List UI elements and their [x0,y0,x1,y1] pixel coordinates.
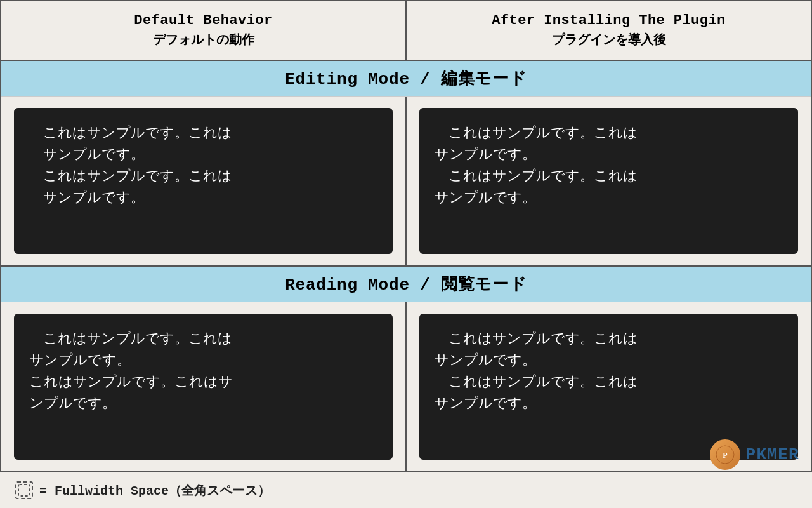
header-plugin: After Installing The Plugin プラグインを導入後 [407,1,811,60]
editing-mode-content: Editing Mode / 編集モード これはサンプルです。これは サンプルで… [1,61,811,265]
fullwidth-space-icon [15,481,33,499]
header-default-ja: デフォルトの動作 [14,31,393,48]
editing-default-card: これはサンプルです。これは サンプルです。 これはサンプルです。これは サンプル… [14,108,393,254]
footer: = Fullwidth Space（全角スペース） [0,472,812,508]
footer-text: = Fullwidth Space（全角スペース） [39,482,270,499]
header-plugin-en: After Installing The Plugin [419,13,798,29]
pkmer-logo: P PKMER [710,439,799,470]
editing-plugin-line1: これはサンプルです。これは [435,122,783,144]
header-plugin-ja: プラグインを導入後 [419,31,798,48]
editing-plugin-line3: これはサンプルです。これは [435,165,783,187]
editing-default-line3: これはサンプルです。これは [29,165,377,187]
reading-plugin-line2: サンプルです。 [435,349,783,371]
editing-plugin-line2: サンプルです。 [435,144,783,165]
editing-plugin-column: これはサンプルです。これは サンプルです。 これはサンプルです。これは サンプル… [407,97,811,265]
reading-plugin-line1: これはサンプルです。これは [435,328,783,349]
reading-default-line1: これはサンプルです。これは [29,328,377,349]
editing-mode-section: Editing Mode / 編集モード これはサンプルです。これは サンプルで… [1,61,811,267]
reading-mode-columns: これはサンプルです。これは サンプルです。 これはサンプルです。これはサ ンプル… [1,302,811,471]
main-wrapper: Default Behavior デフォルトの動作 After Installi… [0,0,812,508]
reading-plugin-card: これはサンプルです。これは サンプルです。 これはサンプルです。これは サンプル… [419,314,798,460]
table-header: Default Behavior デフォルトの動作 After Installi… [1,1,811,61]
reading-default-column: これはサンプルです。これは サンプルです。 これはサンプルです。これはサ ンプル… [1,302,407,471]
editing-default-line1: これはサンプルです。これは [29,122,377,144]
reading-default-line2: サンプルです。 [29,349,377,371]
reading-default-line4: ンプルです。 [29,392,377,414]
editing-default-column: これはサンプルです。これは サンプルです。 これはサンプルです。これは サンプル… [1,97,407,265]
svg-rect-0 [18,485,30,496]
editing-default-line4: サンプルです。 [29,187,377,208]
reading-mode-content: Reading Mode / 閲覧モード これはサンプルです。これは サンプルで… [1,267,811,471]
pkmer-circle-icon: P [710,439,740,470]
header-default: Default Behavior デフォルトの動作 [1,1,407,60]
reading-plugin-line3: これはサンプルです。これは [435,371,783,392]
comparison-table: Default Behavior デフォルトの動作 After Installi… [0,0,812,472]
reading-mode-banner: Reading Mode / 閲覧モード [1,267,811,302]
svg-text:P: P [723,451,728,460]
editing-mode-banner: Editing Mode / 編集モード [1,61,811,97]
header-default-en: Default Behavior [14,13,393,29]
reading-mode-section: Reading Mode / 閲覧モード これはサンプルです。これは サンプルで… [1,267,811,471]
editing-plugin-line4: サンプルです。 [435,187,783,208]
pkmer-text: PKMER [745,445,799,464]
editing-plugin-card: これはサンプルです。これは サンプルです。 これはサンプルです。これは サンプル… [419,108,798,254]
reading-plugin-line4: サンプルです。 [435,392,783,414]
reading-default-line3: これはサンプルです。これはサ [29,371,377,392]
editing-mode-columns: これはサンプルです。これは サンプルです。 これはサンプルです。これは サンプル… [1,97,811,265]
reading-default-card: これはサンプルです。これは サンプルです。 これはサンプルです。これはサ ンプル… [14,314,393,460]
editing-default-line2: サンプルです。 [29,144,377,165]
